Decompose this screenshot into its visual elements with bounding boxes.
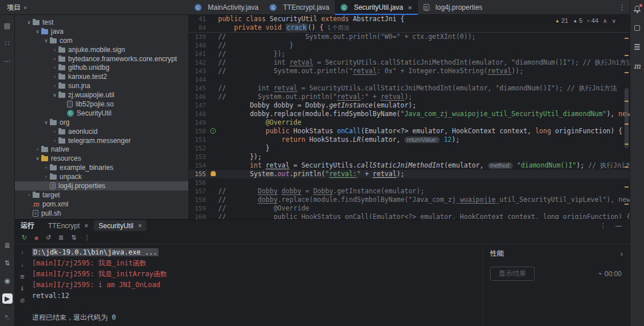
scrollbar-thumb[interactable] [625, 88, 629, 148]
chevron-right-icon[interactable]: › [51, 129, 58, 134]
intention-bulb-icon[interactable] [211, 171, 216, 176]
history-icon[interactable]: ⇅ [71, 234, 76, 241]
database-icon[interactable] [632, 42, 642, 52]
tree-item-target[interactable]: ›target [15, 190, 188, 200]
editor-tab-log4j-properties[interactable]: log4j.properties [418, 0, 488, 15]
typos-counter[interactable]: ≈44 [587, 17, 599, 24]
tree-item-org[interactable]: ∨org [15, 118, 188, 127]
debug-icon[interactable]: ◉ [2, 276, 13, 286]
close-icon[interactable]: × [138, 222, 142, 230]
run-tab-securityutil[interactable]: SecurityUtil× [94, 220, 147, 231]
more-vertical-icon[interactable]: ⋮ [600, 222, 606, 229]
chevron-right-icon[interactable]: › [621, 250, 623, 258]
tree-item-java[interactable]: ∨java [15, 27, 188, 36]
chevron-down-icon[interactable]: ∨ [25, 19, 33, 25]
code-text: // } [218, 41, 630, 50]
performance-content: 显示结果 ◔00:00 [483, 261, 630, 281]
tree-item-lib52pojie-so[interactable]: lib52pojie.so [15, 100, 188, 109]
project-menu[interactable]: 项目 ∨ [0, 0, 34, 15]
up-stack-icon[interactable]: ↑ [21, 249, 24, 256]
terminal-icon[interactable]: >_ [2, 311, 13, 321]
more-icon[interactable]: ⋯ [2, 56, 13, 66]
todo-icon[interactable]: ≣ [2, 240, 13, 251]
tree-item-zj-wuaipojie-util[interactable]: ∨zj.wuaipojie.util [15, 90, 188, 100]
chevron-down-icon[interactable]: ∨ [42, 38, 50, 43]
tree-item-test[interactable]: ∨test [15, 18, 188, 27]
chevron-right-icon[interactable]: › [42, 165, 50, 170]
chevron-right-icon[interactable]: › [51, 56, 58, 62]
commit-icon[interactable]: ∷ [2, 38, 13, 49]
tree-item-pom-xml[interactable]: mpom.xml [15, 200, 188, 209]
tree-item-aeonlucid[interactable]: ›aeonlucid [15, 127, 188, 136]
vcs-icon[interactable]: ⇅ [2, 258, 13, 268]
tree-item-unpack[interactable]: ›unpack [15, 172, 188, 181]
tree-item-sun-jna[interactable]: ›sun.jna [15, 81, 188, 90]
editor-tab-securityutil-java[interactable]: CSecurityUtil.java× [335, 0, 418, 15]
chevron-right-icon[interactable]: › [51, 83, 58, 89]
editor-tab-mainactivity-java[interactable]: CMainActivity.java [189, 0, 264, 15]
editor-panel[interactable]: 41public class SecurityUtil extends Abst… [189, 15, 630, 219]
chevron-down-icon[interactable]: ∨ [51, 92, 58, 98]
chevron-right-icon[interactable]: › [51, 47, 58, 53]
editor-scrollbar[interactable] [623, 15, 630, 219]
dependencies-icon[interactable] [632, 23, 642, 33]
rerun-icon[interactable]: ↻ [22, 234, 27, 241]
code-area[interactable]: 41public class SecurityUtil extends Abst… [189, 15, 630, 219]
scroll-end-icon[interactable]: ⇓ [20, 285, 25, 292]
chevron-right-icon[interactable]: › [51, 74, 58, 79]
tree-item-kanxue-test2[interactable]: ›kanxue.test2 [15, 72, 188, 81]
gutter-icon-slot: ↑ [210, 127, 218, 136]
tree-item-securityutil[interactable]: CSecurityUtil [15, 109, 188, 118]
code-line-149: 149 @Override [189, 118, 630, 127]
hide-panel-icon[interactable]: — [615, 222, 622, 229]
chevron-down-icon[interactable]: ∨ [42, 120, 50, 125]
chevron-down-icon[interactable]: ∨ [34, 156, 41, 161]
restart-icon[interactable]: ↺ [46, 234, 51, 241]
prev-problem-icon[interactable]: ∧ [603, 18, 607, 24]
chevron-right-icon[interactable]: › [51, 65, 58, 70]
inspections-widget[interactable]: ▲21 ▲5 ≈44 ∧ ∨ [551, 16, 619, 25]
notifications-bell-icon[interactable] [632, 4, 642, 14]
maven-icon[interactable]: m [632, 61, 642, 71]
editor-tab-ttencrypt-java[interactable]: CTTEncrypt.java [264, 0, 335, 15]
code-text: // System.out.println("retval:" + retval… [218, 93, 630, 101]
tab-options-icon[interactable]: ⋮ [619, 0, 626, 15]
soft-wrap-icon[interactable]: ≣ [58, 234, 64, 241]
tree-item-telegram-messenger[interactable]: ›telegram.messenger [15, 136, 188, 145]
soft-wrap-icon[interactable]: ≣ [20, 273, 25, 280]
tree-item-label: github.unidbg [68, 63, 109, 71]
tree-item-pull-sh[interactable]: $pull.sh [15, 209, 188, 218]
run-icon[interactable]: ▶ [2, 293, 13, 304]
console-output[interactable]: D:\jdk-19.0.1\bin\java.exe ...[main]I/zj… [32, 247, 481, 326]
run-tab-ttencrypt[interactable]: TTEncrypt× [44, 220, 93, 231]
tree-item-bytedance-frameworks-core-encrypt[interactable]: ›bytedance.frameworks.core.encrypt [15, 54, 188, 63]
chevron-right-icon[interactable]: › [51, 138, 58, 144]
tree-item-native[interactable]: ›native [15, 145, 188, 154]
chevron-right-icon[interactable]: › [25, 192, 33, 198]
clear-console-icon[interactable]: ⊘ [20, 297, 25, 304]
tree-item-example-binaries[interactable]: ›example_binaries [15, 163, 188, 172]
chevron-right-icon[interactable]: › [42, 174, 50, 180]
tree-item-label: SecurityUtil [77, 109, 112, 117]
project-icon[interactable]: ▤ [2, 21, 13, 31]
chevron-right-icon[interactable]: › [34, 146, 41, 152]
close-icon[interactable]: × [408, 3, 412, 12]
stop-icon[interactable]: ■ [34, 234, 38, 241]
show-results-button[interactable]: 显示结果 [490, 267, 535, 281]
close-icon[interactable]: × [84, 222, 88, 230]
tree-item-resources[interactable]: ∨resources [15, 154, 188, 163]
run-tab-label: TTEncrypt [48, 222, 80, 230]
override-gutter-icon[interactable]: ↑ [210, 128, 216, 134]
timer: ◔00:00 [598, 270, 622, 278]
chevron-down-icon[interactable]: ∨ [34, 29, 41, 34]
tree-item-com[interactable]: ∨com [15, 36, 188, 45]
next-problem-icon[interactable]: ∨ [612, 18, 616, 24]
tree-item-github-unidbg[interactable]: ›github.unidbg [15, 63, 188, 72]
down-stack-icon[interactable]: ↓ [21, 261, 24, 268]
tree-item-log4j-properties[interactable]: log4j.properties [15, 181, 188, 190]
weak-warnings-counter[interactable]: ▲5 [573, 17, 583, 24]
tree-item-anjuke-mobile-sign[interactable]: ›anjuke.mobile.sign [15, 45, 188, 54]
tree-item-label: pull.sh [41, 209, 61, 217]
warnings-counter[interactable]: ▲21 [555, 17, 568, 24]
more-vertical-icon[interactable]: ⋮ [84, 234, 90, 241]
